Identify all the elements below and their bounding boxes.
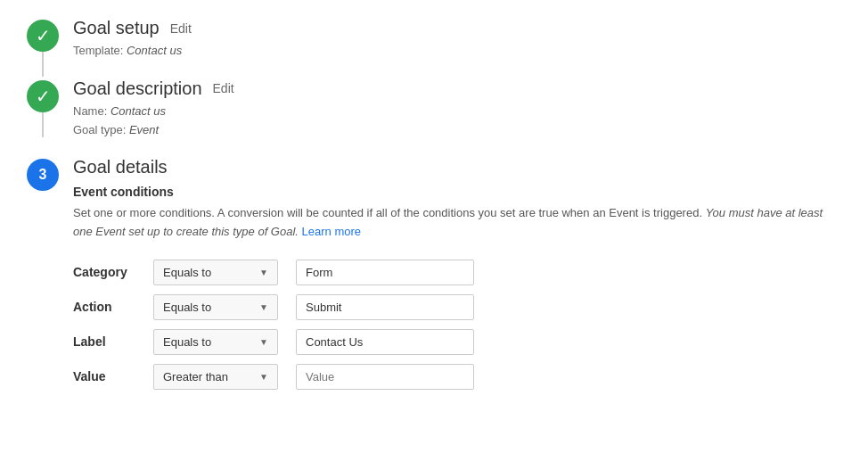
meta-label-goaltype: Goal type: xyxy=(73,123,129,136)
checkmark-icon-2: ✓ xyxy=(36,87,51,105)
learn-more-link[interactable]: Learn more xyxy=(302,225,361,238)
cond-label-action: Action xyxy=(73,300,153,314)
event-conditions-text: Set one or more conditions. A conversion… xyxy=(73,206,702,219)
cond-select-category[interactable]: Equals to ▼ xyxy=(153,260,278,285)
step-content-3: Goal details Event conditions Set one or… xyxy=(73,157,841,390)
step-number-3: 3 xyxy=(39,167,47,183)
cond-label-label: Label xyxy=(73,334,153,349)
cond-input-action[interactable] xyxy=(296,294,474,320)
step-header-2: Goal description Edit xyxy=(73,78,841,99)
cond-select-label[interactable]: Equals to ▼ xyxy=(153,329,278,355)
step-title-2: Goal description xyxy=(73,78,202,99)
cond-select-label-value: Equals to xyxy=(163,335,211,349)
meta-value-goaltype: Event xyxy=(129,123,159,136)
meta-name-row: Name: Contact us xyxy=(73,103,841,121)
dropdown-arrow-action: ▼ xyxy=(259,302,268,312)
conditions-table: Category Equals to ▼ Action Equals to ▼ … xyxy=(73,260,841,390)
edit-link-2[interactable]: Edit xyxy=(213,81,234,95)
cond-select-value-text: Greater than xyxy=(163,370,228,383)
goal-details-content: Event conditions Set one or more conditi… xyxy=(73,185,841,390)
cond-input-category[interactable] xyxy=(296,260,474,285)
step-icon-1: ✓ xyxy=(27,20,59,52)
cond-label-category: Category xyxy=(73,265,153,279)
step-icon-3: 3 xyxy=(27,159,59,191)
step-icon-2: ✓ xyxy=(27,80,59,112)
meta-value-template: Contact us xyxy=(127,44,182,57)
step-connector-2 xyxy=(42,112,44,137)
step-goal-setup: ✓ Goal setup Edit Template: Contact us xyxy=(27,18,841,61)
meta-value-name: Contact us xyxy=(111,104,166,118)
cond-select-action-value: Equals to xyxy=(163,301,211,314)
meta-label-name: Name: xyxy=(73,104,111,118)
step-meta-1: Template: Contact us xyxy=(73,42,841,61)
step-goal-details: 3 Goal details Event conditions Set one … xyxy=(27,157,841,390)
cond-select-category-value: Equals to xyxy=(163,266,211,279)
cond-select-value[interactable]: Greater than ▼ xyxy=(153,364,278,390)
checkmark-icon-1: ✓ xyxy=(36,27,51,45)
edit-link-1[interactable]: Edit xyxy=(170,21,192,36)
meta-label-template: Template: xyxy=(73,44,127,57)
event-conditions-title: Event conditions xyxy=(73,185,841,199)
step-content-2: Goal description Edit Name: Contact us G… xyxy=(73,78,841,140)
meta-goaltype-row: Goal type: Event xyxy=(73,121,841,140)
cond-select-action[interactable]: Equals to ▼ xyxy=(153,294,278,320)
cond-label-value: Value xyxy=(73,369,153,383)
step-connector-1 xyxy=(42,52,44,77)
cond-input-value[interactable] xyxy=(296,364,474,390)
event-conditions-desc: Set one or more conditions. A conversion… xyxy=(73,204,839,242)
dropdown-arrow-label: ▼ xyxy=(259,337,268,347)
step-content-1: Goal setup Edit Template: Contact us xyxy=(73,18,841,61)
step-title-3: Goal details xyxy=(73,157,168,177)
step-header-3: Goal details xyxy=(73,157,841,177)
step-goal-description: ✓ Goal description Edit Name: Contact us… xyxy=(27,78,841,140)
dropdown-arrow-value: ▼ xyxy=(259,372,268,382)
step-title-1: Goal setup xyxy=(73,18,160,38)
dropdown-arrow-category: ▼ xyxy=(259,268,268,277)
step-meta-2: Name: Contact us Goal type: Event xyxy=(73,103,841,140)
cond-input-label[interactable] xyxy=(296,329,474,355)
step-header-1: Goal setup Edit xyxy=(73,18,841,38)
